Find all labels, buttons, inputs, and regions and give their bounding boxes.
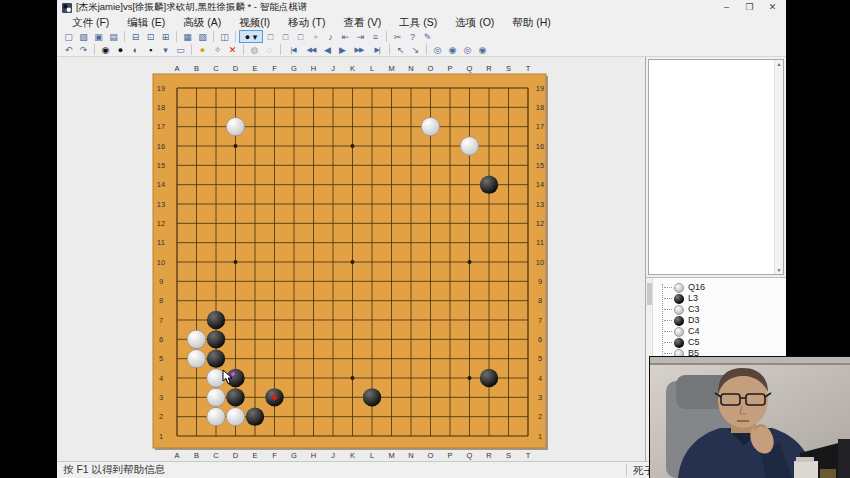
letter-mark-button[interactable]: ✧ bbox=[210, 43, 225, 56]
window-title: [杰米jamie]vs[徐振麟]求砍胡,黑胜徐振麟 * - 智能点棋谱 bbox=[76, 1, 307, 14]
board-col-label: C bbox=[213, 64, 219, 73]
find-prev-button[interactable]: ◉ bbox=[475, 43, 490, 56]
board-row-label: 14 bbox=[536, 180, 544, 189]
scrollbar-thumb[interactable] bbox=[647, 283, 652, 305]
go-board[interactable]: AABBCCDDEEFFGGHHJJKKLLMMNNOOPPQQRRSSTT19… bbox=[57, 57, 645, 461]
white-stone-button[interactable]: ◐ bbox=[128, 43, 143, 56]
toolbar-separator bbox=[426, 44, 427, 55]
open-file-button[interactable]: ▨ bbox=[76, 30, 91, 43]
white-stone-icon bbox=[674, 327, 684, 337]
move-item[interactable]: C5 bbox=[656, 337, 786, 348]
sound-button[interactable]: ♪ bbox=[323, 30, 338, 43]
pass-black-button[interactable]: ◍ bbox=[247, 43, 262, 56]
page-setup-button[interactable]: ⊞ bbox=[158, 30, 173, 43]
board-row-label: 9 bbox=[159, 277, 163, 286]
tree-view-button[interactable]: ≡ bbox=[368, 30, 383, 43]
board-row-label: 12 bbox=[536, 219, 544, 228]
board-col-label: R bbox=[486, 64, 492, 73]
variation-down-button[interactable]: ↘ bbox=[408, 43, 423, 56]
nav-last-button[interactable]: ▶| bbox=[368, 43, 386, 56]
white-stone bbox=[187, 330, 205, 348]
move-item[interactable]: Q16 bbox=[656, 282, 786, 293]
save-as-button[interactable]: ▤ bbox=[106, 30, 121, 43]
nav-first-button[interactable]: |◀ bbox=[284, 43, 302, 56]
mark-dropdown-button[interactable]: ▾ bbox=[158, 43, 173, 56]
move-item[interactable]: C4 bbox=[656, 326, 786, 337]
menu-item[interactable]: 编辑 (E) bbox=[118, 15, 174, 29]
board-col-label: A bbox=[174, 64, 179, 73]
game-info-box[interactable]: ▲ ▼ bbox=[648, 59, 784, 275]
menu-item[interactable]: 查看 (V) bbox=[334, 15, 390, 29]
black-stone-button[interactable]: ● bbox=[113, 43, 128, 56]
board-col-label: Q bbox=[467, 451, 473, 460]
close-button[interactable]: ✕ bbox=[761, 0, 784, 15]
erase-button[interactable]: ▭ bbox=[173, 43, 188, 56]
scroll-down-icon[interactable]: ▼ bbox=[775, 266, 783, 274]
variation-up-button[interactable]: ↖ bbox=[393, 43, 408, 56]
nav-forward-button[interactable]: ▶ bbox=[335, 43, 350, 56]
nav-back-fast-button[interactable]: ◀◀ bbox=[302, 43, 320, 56]
menu-item[interactable]: 选项 (O) bbox=[446, 15, 503, 29]
board-col-label: B bbox=[194, 64, 199, 73]
save-button[interactable]: ▣ bbox=[91, 30, 106, 43]
annotate-button[interactable]: ✎ bbox=[420, 30, 435, 43]
square-mark-button[interactable]: ▪ bbox=[143, 43, 158, 56]
menu-item[interactable]: 文件 (F) bbox=[63, 15, 118, 29]
webcam-overlay bbox=[650, 357, 850, 478]
help-button[interactable]: ? bbox=[405, 30, 420, 43]
board-row-label: 16 bbox=[536, 142, 544, 151]
nav-back-button[interactable]: ◀ bbox=[320, 43, 335, 56]
board-row-label: 12 bbox=[157, 219, 165, 228]
redo-button[interactable]: ↷ bbox=[76, 43, 91, 56]
menu-item[interactable]: 高级 (A) bbox=[174, 15, 230, 29]
minimize-button[interactable]: – bbox=[715, 0, 738, 15]
scroll-up-icon[interactable]: ▲ bbox=[775, 60, 783, 68]
board-col-label: H bbox=[311, 451, 316, 460]
move-item[interactable]: L3 bbox=[656, 293, 786, 304]
board-row-label: 5 bbox=[159, 354, 163, 363]
info-scrollbar[interactable]: ▲ ▼ bbox=[774, 60, 783, 274]
next-label-button[interactable]: ⇥ bbox=[353, 30, 368, 43]
menu-item[interactable]: 帮助 (H) bbox=[503, 15, 560, 29]
board-full-button[interactable]: □ bbox=[263, 30, 278, 43]
board-col-label: D bbox=[233, 451, 239, 460]
move-item[interactable]: C3 bbox=[656, 304, 786, 315]
play-mode-button[interactable]: ◉ bbox=[98, 43, 113, 56]
find-position-button[interactable]: ◉ bbox=[445, 43, 460, 56]
move-item[interactable]: D3 bbox=[656, 315, 786, 326]
board-half-button[interactable]: □ bbox=[278, 30, 293, 43]
board-col-label: P bbox=[447, 451, 452, 460]
menu-item[interactable]: 视频(I) bbox=[230, 15, 279, 29]
nav-forward-fast-button[interactable]: ▶▶ bbox=[350, 43, 368, 56]
menu-item[interactable]: 工具 (S) bbox=[390, 15, 446, 29]
print-preview-button[interactable]: ⊡ bbox=[143, 30, 158, 43]
toolbar-separator bbox=[386, 31, 387, 42]
delete-move-button[interactable]: ✕ bbox=[225, 43, 240, 56]
white-stone bbox=[460, 137, 478, 155]
undo-button[interactable]: ↶ bbox=[61, 43, 76, 56]
find-next-button[interactable]: ◎ bbox=[460, 43, 475, 56]
paste-button[interactable]: ▧ bbox=[195, 30, 210, 43]
copy-button[interactable]: ▦ bbox=[180, 30, 195, 43]
menu-item[interactable]: 移动 (T) bbox=[279, 15, 334, 29]
board-row-label: 2 bbox=[538, 412, 542, 421]
print-button[interactable]: ⊟ bbox=[128, 30, 143, 43]
find-game-button[interactable]: ◎ bbox=[430, 43, 445, 56]
board-row-label: 7 bbox=[159, 316, 163, 325]
maximize-button[interactable]: ❐ bbox=[738, 0, 761, 15]
board-col-label: M bbox=[388, 451, 394, 460]
new-file-button[interactable]: ▢ bbox=[61, 30, 76, 43]
board-row-label: 3 bbox=[159, 393, 163, 402]
pass-white-button[interactable]: ◌ bbox=[262, 43, 277, 56]
move-label: Q16 bbox=[688, 282, 705, 293]
board-row-label: 15 bbox=[157, 161, 165, 170]
cut-button[interactable]: ✂ bbox=[390, 30, 405, 43]
board-row-label: 8 bbox=[538, 296, 542, 305]
circle-mark-button[interactable]: ● bbox=[195, 43, 210, 56]
board-quarter-button[interactable]: □ bbox=[293, 30, 308, 43]
prev-label-button[interactable]: ⇤ bbox=[338, 30, 353, 43]
board-col-label: D bbox=[233, 64, 239, 73]
board-small-button[interactable]: ▫ bbox=[308, 30, 323, 43]
capture-button[interactable]: ◫ bbox=[217, 30, 232, 43]
stone-select-button[interactable]: ● ▾ bbox=[239, 30, 263, 43]
